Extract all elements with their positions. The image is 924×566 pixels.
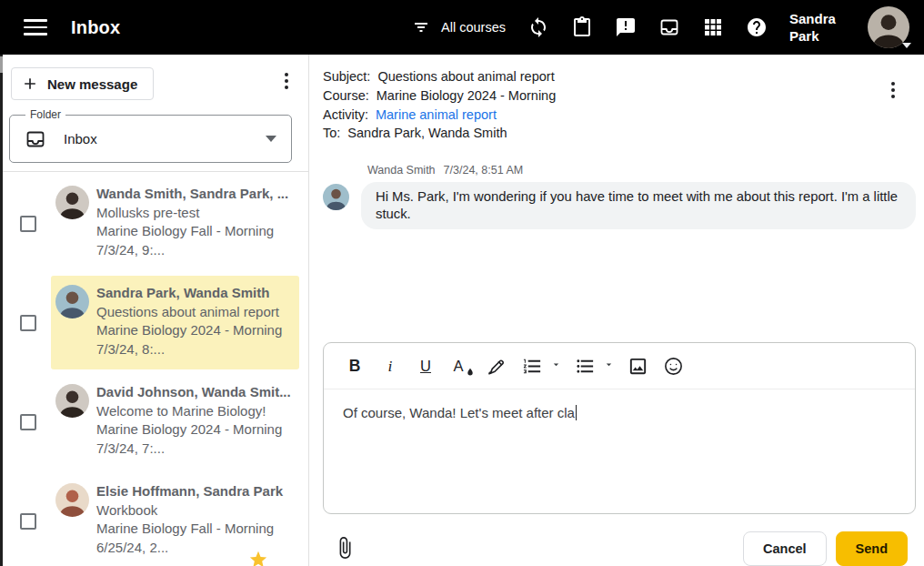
compose-text-area[interactable]: Of course, Wanda! Let's meet after cla <box>324 389 915 513</box>
ink-drop-icon <box>466 367 475 378</box>
thread-subject: Mollusks pre-test <box>96 204 288 223</box>
compose-toolbar: B i U A <box>324 343 915 389</box>
app-header: Inbox All courses Sandra Park <box>0 0 924 55</box>
thread-date: 7/3/24, 7:... <box>96 440 291 459</box>
text-color-glyph: A <box>453 358 463 375</box>
italic-button[interactable]: i <box>379 352 401 379</box>
subject-value: Questions about animal report <box>377 67 554 86</box>
announcement-icon[interactable] <box>615 16 637 38</box>
thread-kebab-menu-icon[interactable] <box>886 76 900 104</box>
bold-button[interactable]: B <box>344 352 366 379</box>
thread-checkbox[interactable] <box>20 513 36 530</box>
thread-list-item[interactable]: David Johnson, Wanda Smit... Welcome to … <box>0 372 308 471</box>
thread-subject: Welcome to Marine Biology! <box>96 402 291 421</box>
course-filter-label: All courses <box>441 20 506 35</box>
numbered-list-button[interactable] <box>521 352 543 379</box>
message-sender: Wanda Smith <box>367 164 436 177</box>
activity-label: Activity: <box>323 106 368 125</box>
thread-course: Marine Biology 2024 - Morning <box>96 321 282 340</box>
sidebar-kebab-menu-icon[interactable] <box>279 67 294 95</box>
thread-checkbox[interactable] <box>20 216 36 232</box>
page-title: Inbox <box>71 17 120 38</box>
folder-select-label: Folder <box>25 108 65 121</box>
folder-select-value: Inbox <box>64 131 97 147</box>
thread-avatar <box>55 483 89 517</box>
user-avatar[interactable] <box>868 6 909 48</box>
subject-label: Subject: <box>323 67 370 86</box>
thread-avatar <box>55 384 89 418</box>
sync-icon[interactable] <box>527 16 549 38</box>
course-value: Marine Biology 2024 - Morning <box>377 86 556 106</box>
course-filter-dropdown[interactable]: All courses <box>410 16 506 38</box>
bulleted-list-button[interactable] <box>574 352 596 379</box>
message-bubble: Hi Ms. Park, I'm wondering if you have t… <box>361 182 916 229</box>
message-block: Wanda Smith 7/3/24, 8:51 AM Hi Ms. Park,… <box>323 164 916 229</box>
scrollbar-thumb[interactable] <box>0 56 3 73</box>
thread-list: Wanda Smith, Sandra Park, ... Mollusks p… <box>0 172 308 566</box>
thread-date: 7/3/24, 8:... <box>96 340 282 359</box>
send-button[interactable]: Send <box>836 531 908 566</box>
bulleted-list-caret-icon[interactable] <box>603 358 615 374</box>
to-value: Sandra Park, Wanda Smith <box>347 124 507 143</box>
thread-course: Marine Biology Fall - Morning <box>96 520 283 539</box>
draft-text: Of course, Wanda! Let's meet after cla <box>343 405 575 420</box>
new-message-label: New message <box>47 76 137 92</box>
thread-course: Marine Biology 2024 - Morning <box>96 420 291 440</box>
course-label: Course: <box>323 86 369 106</box>
thread-participants: David Johnson, Wanda Smit... <box>96 383 291 402</box>
apps-grid-icon[interactable] <box>702 16 724 38</box>
folder-select[interactable]: Folder Inbox <box>9 115 292 163</box>
cancel-button[interactable]: Cancel <box>743 531 827 566</box>
thread-date: 7/3/24, 9:... <box>96 241 288 260</box>
star-icon[interactable] <box>248 550 268 566</box>
thread-avatar <box>55 186 89 219</box>
message-sender-avatar <box>323 184 349 210</box>
help-icon[interactable] <box>746 16 768 38</box>
compose-actions: Cancel Send <box>323 531 916 566</box>
thread-participants: Elsie Hoffmann, Sandra Park <box>96 482 283 501</box>
thread-checkbox[interactable] <box>20 315 36 331</box>
message-list-sidebar: New message Folder Inbox Wanda Sm <box>0 55 309 566</box>
thread-info: Subject: Questions about animal report C… <box>323 67 916 143</box>
text-cursor <box>576 405 578 420</box>
underline-button[interactable]: U <box>415 352 437 379</box>
inbox-folder-icon <box>25 128 46 150</box>
compose-box: B i U A <box>323 342 916 514</box>
user-name: Sandra Park <box>789 10 846 45</box>
thread-subject: Workbook <box>96 501 283 521</box>
thread-checkbox[interactable] <box>20 414 36 430</box>
filter-list-icon <box>410 16 432 38</box>
thread-subject: Questions about animal report <box>96 303 282 322</box>
thread-participants: Wanda Smith, Sandra Park, ... <box>96 185 288 204</box>
to-label: To: <box>323 124 340 143</box>
menu-icon[interactable] <box>24 19 47 35</box>
thread-participants: Sandra Park, Wanda Smith <box>96 284 282 303</box>
sidebar-scrollbar[interactable] <box>0 55 3 566</box>
plus-icon <box>21 75 39 93</box>
thread-list-item[interactable]: Elsie Hoffmann, Sandra Park Workbook Mar… <box>0 471 308 566</box>
thread-avatar <box>55 285 89 318</box>
text-color-button[interactable]: A <box>450 352 472 379</box>
highlighter-button[interactable] <box>486 352 507 379</box>
numbered-list-caret-icon[interactable] <box>550 358 562 374</box>
thread-list-item[interactable]: Wanda Smith, Sandra Park, ... Mollusks p… <box>0 174 308 273</box>
thread-course: Marine Biology Fall - Morning <box>96 222 288 241</box>
paperclip-icon[interactable] <box>333 536 358 561</box>
activity-link[interactable]: Marine animal report <box>376 106 497 125</box>
dropdown-caret-icon <box>266 136 276 142</box>
insert-image-button[interactable] <box>627 352 648 379</box>
new-message-button[interactable]: New message <box>11 67 154 100</box>
emoji-button[interactable] <box>662 352 684 379</box>
clipboard-icon[interactable] <box>571 16 593 38</box>
inbox-tray-icon[interactable] <box>658 16 680 38</box>
message-timestamp: 7/3/24, 8:51 AM <box>444 164 524 177</box>
thread-list-item-selected[interactable]: Sandra Park, Wanda Smith Questions about… <box>0 273 308 372</box>
avatar-dropdown-caret-icon <box>902 43 911 48</box>
thread-detail-pane: Subject: Questions about animal report C… <box>309 55 924 566</box>
